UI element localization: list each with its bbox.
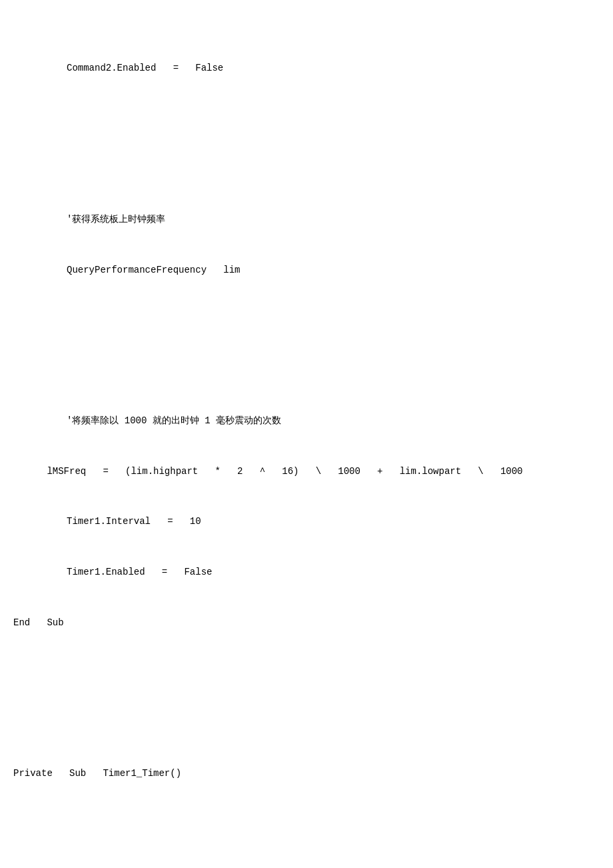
line-comment-divide: '将频率除以 1000 就的出时钟 1 毫秒震动的次数 [13, 413, 600, 429]
line-query-performance-frequency: QueryPerformanceFrequency lim [13, 262, 600, 279]
line-private-sub-timer: Private Sub Timer1_Timer() [13, 765, 600, 782]
line-comment-frequency: '获得系统板上时钟频率 [13, 211, 600, 228]
blank-line-1 [13, 111, 600, 127]
blank-line-3 [13, 312, 600, 329]
blank-line-7 [13, 816, 600, 833]
line-end-sub-1: End Sub [13, 615, 600, 631]
line-command2-enabled: Command2.Enabled = False [13, 60, 600, 77]
line-timer1-enabled-false: Timer1.Enabled = False [13, 564, 600, 581]
blank-line-6 [13, 715, 600, 732]
line-timer1-interval: Timer1.Interval = 10 [13, 513, 600, 530]
blank-line-2 [13, 161, 600, 178]
blank-line-4 [13, 363, 600, 379]
blank-line-5 [13, 665, 600, 681]
line-lmsfreq: lMSFreq = (lim.highpart * 2 ^ 16) \ 1000… [13, 463, 600, 480]
code-content: Command2.Enabled = False '获得系统板上时钟频率 Que… [13, 27, 600, 868]
